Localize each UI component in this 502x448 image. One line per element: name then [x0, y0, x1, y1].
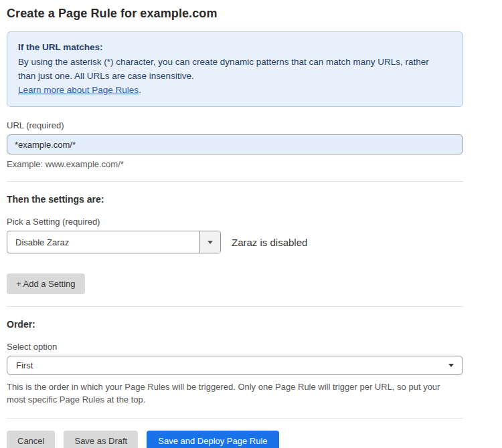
setting-row: Disable Zaraz Zaraz is disabled — [7, 231, 463, 253]
order-section-heading: Order: — [7, 319, 463, 330]
link-suffix: . — [139, 85, 141, 95]
divider — [7, 181, 463, 182]
setting-select[interactable]: Disable Zaraz — [7, 231, 221, 253]
info-box-heading: If the URL matches: — [18, 40, 452, 54]
order-select-label: Select option — [7, 342, 463, 352]
info-box-body: By using the asterisk (*) character, you… — [18, 55, 440, 83]
url-field-label: URL (required) — [7, 120, 463, 130]
divider — [7, 418, 463, 419]
setting-select-arrow-button[interactable] — [199, 231, 220, 253]
add-setting-button[interactable]: + Add a Setting — [7, 273, 85, 294]
page-rule-form: Create a Page Rule for example.com If th… — [7, 0, 463, 448]
page-title: Create a Page Rule for example.com — [7, 7, 463, 21]
setting-status-text: Zaraz is disabled — [232, 237, 307, 248]
cancel-button[interactable]: Cancel — [7, 431, 55, 448]
url-match-info-box: If the URL matches: By using the asteris… — [7, 31, 463, 107]
order-select-value: First — [16, 360, 33, 370]
url-example-text: Example: www.example.com/* — [7, 159, 463, 169]
dropdown-arrow-icon — [448, 364, 454, 367]
pick-setting-label: Pick a Setting (required) — [7, 217, 463, 227]
save-as-draft-button[interactable]: Save as Draft — [64, 431, 138, 448]
setting-select-value: Disable Zaraz — [7, 231, 199, 253]
divider — [7, 306, 463, 307]
info-box-link-line: Learn more about Page Rules. — [18, 83, 452, 97]
action-buttons-row: Cancel Save as Draft Save and Deploy Pag… — [7, 431, 463, 448]
settings-section-heading: Then the settings are: — [7, 194, 463, 205]
url-input[interactable] — [7, 134, 463, 154]
save-and-deploy-button[interactable]: Save and Deploy Page Rule — [147, 431, 278, 448]
learn-more-link[interactable]: Learn more about Page Rules — [18, 85, 139, 95]
order-help-text: This is the order in which your Page Rul… — [7, 380, 461, 406]
dropdown-arrow-icon — [207, 241, 213, 244]
order-select[interactable]: First — [7, 356, 463, 375]
